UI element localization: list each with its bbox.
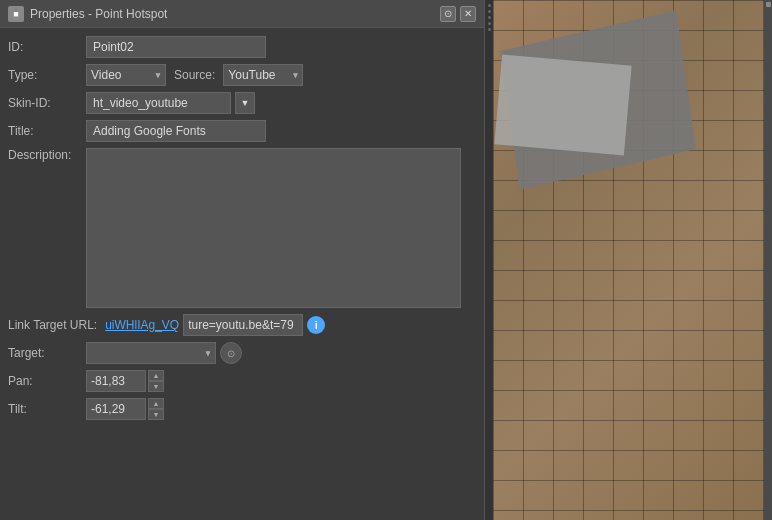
title-input[interactable] [86,120,266,142]
panel-divider[interactable] [485,0,493,520]
divider-dot [488,10,491,13]
skinid-row: Skin-ID: ▼ [8,92,468,114]
skinid-label: Skin-ID: [8,96,86,110]
close-button[interactable]: ✕ [460,6,476,22]
pan-spinner: ▲ ▼ [148,370,164,392]
target-action-btn[interactable]: ⊙ [220,342,242,364]
type-select[interactable]: Video Image Audio Text [86,64,166,86]
tilt-controls: ▲ ▼ [86,398,164,420]
type-row: Type: Video Image Audio Text ▼ Source: Y… [8,64,468,86]
skinid-dropdown-btn[interactable]: ▼ [235,92,255,114]
divider-dot [488,16,491,19]
source-select[interactable]: YouTube Vimeo Local [223,64,303,86]
panel-title-area: ■ Properties - Point Hotspot [8,6,167,22]
restore-button[interactable]: ⊙ [440,6,456,22]
divider-dot [488,28,491,31]
properties-content: ID: Type: Video Image Audio Text ▼ Sourc… [0,28,484,520]
scroll-indicator [766,2,771,7]
target-row: Target: _blank _self _parent ▼ ⊙ [8,342,468,364]
id-label: ID: [8,40,86,54]
pan-row: Pan: ▲ ▼ [8,370,468,392]
pan-input[interactable] [86,370,146,392]
tilt-spinner: ▲ ▼ [148,398,164,420]
source-select-wrapper: YouTube Vimeo Local ▼ [223,64,303,86]
target-controls: _blank _self _parent ▼ ⊙ [86,342,242,364]
tilt-down-btn[interactable]: ▼ [148,409,164,420]
panel-controls: ⊙ ✕ [440,6,476,22]
tilt-label: Tilt: [8,402,86,416]
link-url-part2-input[interactable] [183,314,303,336]
link-url-part1[interactable]: uiWHlIAg_VQ [105,318,179,332]
properties-panel: ■ Properties - Point Hotspot ⊙ ✕ ID: Typ… [0,0,485,520]
id-value-wrapper [86,36,468,58]
type-label: Type: [8,68,86,82]
info-icon[interactable]: i [307,316,325,334]
skinid-input[interactable] [86,92,231,114]
description-textarea[interactable] [86,148,461,308]
panel-title: Properties - Point Hotspot [30,7,167,21]
source-label: Source: [174,68,215,82]
link-target-row: Link Target URL: uiWHlIAg_VQ i [8,314,468,336]
tilt-row: Tilt: ▲ ▼ [8,398,468,420]
target-label: Target: [8,346,86,360]
panel-icon: ■ [8,6,24,22]
title-row: Title: [8,120,468,142]
type-controls: Video Image Audio Text ▼ Source: YouTube… [86,64,303,86]
tilt-input[interactable] [86,398,146,420]
link-target-label: Link Target URL: [8,318,97,332]
title-label: Title: [8,124,86,138]
divider-dot [488,22,491,25]
cloth-shape-2 [494,55,631,156]
id-input[interactable] [86,36,266,58]
divider-dot [488,4,491,7]
skinid-controls: ▼ [86,92,255,114]
pan-label: Pan: [8,374,86,388]
description-label: Description: [8,148,86,162]
pan-controls: ▲ ▼ [86,370,164,392]
pan-down-btn[interactable]: ▼ [148,381,164,392]
viewport-panel[interactable] [493,0,772,520]
tilt-up-btn[interactable]: ▲ [148,398,164,409]
target-select[interactable]: _blank _self _parent [86,342,216,364]
target-select-wrapper: _blank _self _parent ▼ [86,342,216,364]
id-row: ID: [8,36,468,58]
side-scrollbar[interactable] [764,0,772,520]
type-select-wrapper: Video Image Audio Text ▼ [86,64,166,86]
panel-titlebar: ■ Properties - Point Hotspot ⊙ ✕ [0,0,484,28]
pan-up-btn[interactable]: ▲ [148,370,164,381]
description-row: Description: [8,148,468,308]
